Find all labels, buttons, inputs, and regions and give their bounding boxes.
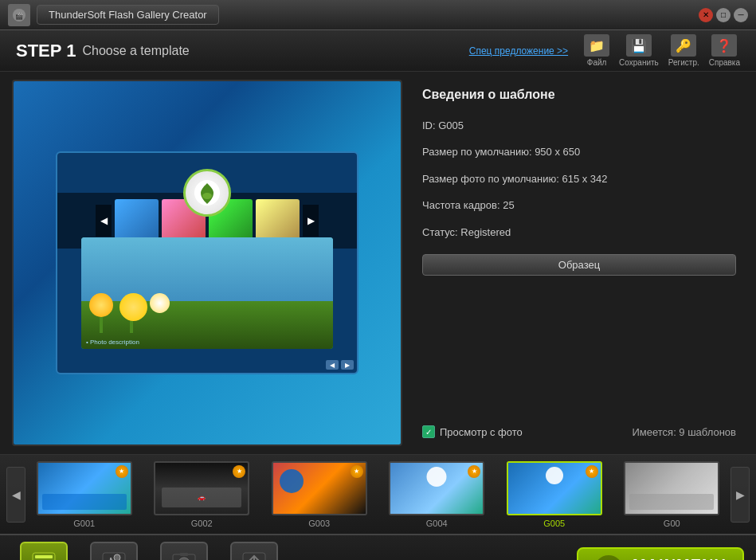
badge-g001: ★ — [116, 465, 128, 478]
tab-publish[interactable]: Publish — [222, 542, 286, 560]
save-icon: 💾 — [626, 34, 652, 57]
thumb-img-g005: ★ — [507, 461, 602, 515]
main-menu-arrow-icon: ◀ — [594, 555, 623, 560]
minimize-button[interactable]: ─ — [734, 8, 748, 22]
main-content: ◀ ▶ — [0, 72, 756, 454]
svg-rect-5 — [35, 555, 53, 558]
thumb-items: ★ G001 🚗 ★ G002 ★ G003 ★ — [27, 461, 729, 528]
info-panel: Сведения о шаблоне ID: G005 Размер по ум… — [414, 80, 744, 446]
close-button[interactable]: ✕ — [699, 8, 713, 22]
flowers — [89, 293, 170, 333]
tab-edit[interactable]: Edit — [82, 542, 146, 560]
file-label: Файл — [587, 58, 607, 67]
svg-point-10 — [114, 554, 120, 560]
app-title: ThunderSoft Flash Gallery Creator — [37, 5, 219, 25]
bottom-bar: Template Edit Photo — [0, 534, 756, 560]
badge-g002: ★ — [233, 465, 245, 478]
sample-button[interactable]: Образец — [422, 254, 736, 276]
thumb-img-g002: 🚗 ★ — [154, 461, 249, 515]
toolbar-right: Спец предложение >> 📁 Файл 💾 Сохранить 🔑… — [469, 34, 740, 67]
special-offer-link[interactable]: Спец предложение >> — [469, 45, 568, 57]
badge-g004: ★ — [468, 465, 480, 478]
thumb-label-g002: G002 — [191, 519, 213, 528]
templates-count: Имеется: 9 шаблонов — [632, 426, 736, 438]
thumb-img-g004: ★ — [389, 461, 484, 515]
toolbar: STEP 1 Choose a template Спец предложени… — [0, 30, 756, 72]
help-label: Справка — [709, 58, 740, 67]
gallery-logo — [183, 169, 231, 217]
main-menu-text: MAINMENU back to home — [633, 556, 727, 561]
toolbar-icons: 📁 Файл 💾 Сохранить 🔑 Регистр. ❓ Справка — [584, 34, 740, 67]
preview-with-photo-row: ✓ Просмотр с фото Имеется: 9 шаблонов — [422, 425, 736, 438]
title-bar: 🎬 ThunderSoft Flash Gallery Creator ✕ □ … — [0, 0, 756, 30]
thumb-item-g003[interactable]: ★ G003 — [272, 461, 367, 528]
gallery-preview: ◀ ▶ — [56, 151, 358, 374]
badge-g005: ★ — [586, 465, 598, 478]
thumb-label-g004: G004 — [426, 519, 448, 528]
strip-next-arrow[interactable]: ▶ — [731, 467, 750, 523]
frame-rate: Частота кадров: 25 — [422, 196, 736, 214]
window-controls: ✕ □ ─ — [699, 8, 748, 22]
step-description: Choose a template — [82, 44, 189, 58]
edit-tab-icon — [90, 542, 138, 560]
help-icon: ❓ — [711, 34, 737, 57]
ctrl-btn-1[interactable]: ◀ — [326, 360, 339, 370]
thumb-item-g005[interactable]: ★ G005 — [507, 461, 602, 528]
badge-g003: ★ — [351, 465, 363, 478]
preview-checkbox-area: ✓ Просмотр с фото — [422, 425, 523, 438]
template-tab-icon — [20, 542, 68, 560]
save-label: Сохранить — [619, 58, 659, 67]
svg-text:🎬: 🎬 — [15, 12, 23, 20]
gallery-controls: ◀ ▶ — [326, 360, 354, 370]
preview-image: ◀ ▶ — [14, 81, 401, 444]
thumb-label-g001: G001 — [73, 519, 95, 528]
photo-size: Размер фото по умолчанию: 615 x 342 — [422, 170, 736, 188]
nav-thumb-4 — [256, 199, 300, 243]
nav-thumb-1 — [115, 199, 159, 243]
tab-template[interactable]: Template — [12, 542, 76, 560]
nav-prev-arrow[interactable]: ◀ — [96, 205, 112, 237]
step-title: STEP 1 Choose a template — [16, 41, 190, 61]
ctrl-btn-2[interactable]: ▶ — [341, 360, 354, 370]
thumb-item-g001[interactable]: ★ G001 — [37, 461, 132, 528]
thumbnail-strip: ◀ ★ G001 🚗 ★ G002 ★ G003 — [0, 454, 756, 534]
svg-point-3 — [202, 193, 212, 199]
tab-photo[interactable]: Photo — [152, 542, 216, 560]
info-panel-title: Сведения о шаблоне — [422, 88, 736, 102]
help-button[interactable]: ❓ Справка — [709, 34, 740, 67]
thumb-label-g005: G005 — [543, 519, 565, 528]
save-button[interactable]: 💾 Сохранить — [619, 34, 659, 67]
default-size: Размер по умолчанию: 950 x 650 — [422, 143, 736, 161]
preview-panel: ◀ ▶ — [12, 80, 402, 446]
main-menu-top-label: MAINMENU — [633, 556, 727, 561]
thumb-img-g006 — [624, 461, 719, 515]
preview-checkbox[interactable]: ✓ — [422, 425, 435, 438]
gallery-main-photo: • Photo description — [81, 237, 333, 349]
register-label: Регистр. — [668, 58, 699, 67]
thumb-label-g003: G003 — [308, 519, 330, 528]
maximize-button[interactable]: □ — [716, 8, 731, 22]
publish-tab-icon — [230, 542, 278, 560]
svg-rect-14 — [180, 553, 188, 556]
thumb-label-g006: G00 — [664, 519, 680, 528]
sky — [81, 237, 333, 301]
photo-description: • Photo description — [86, 339, 139, 346]
file-button[interactable]: 📁 Файл — [584, 34, 609, 67]
app-logo: 🎬 — [8, 4, 30, 26]
file-icon: 📁 — [584, 34, 609, 57]
step-number: STEP 1 — [16, 41, 76, 61]
thumb-item-g002[interactable]: 🚗 ★ G002 — [154, 461, 249, 528]
status: Статус: Registered — [422, 223, 736, 241]
preview-label: Просмотр с фото — [440, 426, 523, 438]
thumb-img-g001: ★ — [37, 461, 132, 515]
photo-tab-icon — [160, 542, 208, 560]
thumb-item-g004[interactable]: ★ G004 — [389, 461, 484, 528]
thumb-img-g003: ★ — [272, 461, 367, 515]
register-icon: 🔑 — [671, 34, 696, 57]
main-menu-button[interactable]: ◀ MAINMENU back to home — [577, 547, 744, 560]
thumb-item-g006[interactable]: G00 — [624, 461, 719, 528]
template-id: ID: G005 — [422, 116, 736, 135]
register-button[interactable]: 🔑 Регистр. — [668, 34, 699, 67]
nav-next-arrow[interactable]: ▶ — [303, 205, 319, 237]
strip-prev-arrow[interactable]: ◀ — [6, 467, 25, 523]
